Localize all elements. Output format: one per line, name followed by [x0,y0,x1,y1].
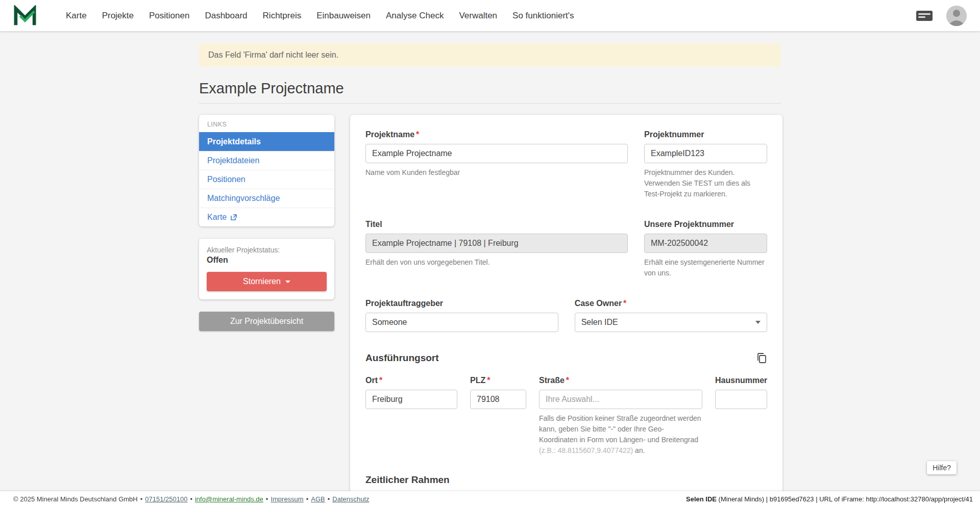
strasse-helper: Falls die Position keiner Straße zugeord… [539,413,702,456]
titel-label: Titel [365,220,628,229]
ort-label: Ort* [365,376,457,385]
projektname-helper: Name vom Kunden festlegbar [365,167,628,178]
projektname-label: Projektname* [365,130,628,139]
copy-icon[interactable] [756,352,767,364]
footer-agb-link[interactable]: AGB [311,495,325,503]
sidebar-item-label: Positionen [207,175,246,184]
footer-user: Selen IDE [686,495,717,503]
status-label: Aktueller Projektstatus: [207,246,327,254]
footer-impressum-link[interactable]: Impressum [271,495,303,503]
nav-karte[interactable]: Karte [58,0,94,31]
left-sidebar: LINKS Projektdetails Projektdateien Posi… [199,115,334,331]
projektnummer-input[interactable] [644,144,767,163]
field-case-owner: Case Owner* Selen IDE [575,299,768,332]
nav-dashboard[interactable]: Dashboard [197,0,255,31]
footer-session-info: Selen IDE (Mineral Minds) | b91695ed7623… [686,495,973,503]
sidebar-item-label: Karte [207,213,227,222]
page-footer: © 2025 Mineral Minds Deutschland GmbH • … [0,491,980,507]
nav-so-funktionierts[interactable]: So funktioniert's [505,0,581,31]
ausfuehrungsort-heading: Ausführungsort [365,352,439,364]
nav-positionen[interactable]: Positionen [141,0,197,31]
links-card: LINKS Projektdetails Projektdateien Posi… [199,115,334,226]
nav-richtpreis[interactable]: Richtpreis [255,0,309,31]
top-navbar: Karte Projekte Positionen Dashboard Rich… [0,0,980,31]
external-link-icon [230,214,237,221]
main-nav: Karte Projekte Positionen Dashboard Rich… [58,0,582,31]
help-button[interactable]: Hilfe? [927,461,957,474]
zeitlicher-rahmen-heading: Zeitlicher Rahmen [365,474,767,486]
field-projektauftraggeber: Projektauftraggeber [365,299,558,332]
case-owner-value: Selen IDE [581,318,618,327]
unsere-projektnummer-helper: Erhält eine systemgenerierte Nummer von … [644,257,767,278]
app-logo[interactable] [13,5,37,27]
field-titel: Titel Erhält den von uns vorgegebenen Ti… [365,220,628,278]
sidebar-item-positionen[interactable]: Positionen [199,170,334,189]
projektnummer-label: Projektnummer [644,130,767,139]
warning-banner: Das Feld 'Firma' darf nicht leer sein. [199,43,781,67]
ort-input[interactable] [365,390,457,409]
nav-verwalten[interactable]: Verwalten [451,0,505,31]
nav-einbauweisen[interactable]: Einbauweisen [309,0,378,31]
logo-icon [13,5,37,27]
footer-phone-link[interactable]: 07151/250100 [145,495,187,503]
status-card: Aktueller Projektstatus: Offen Storniere… [199,239,334,299]
unsere-projektnummer-label: Unsere Projektnummer [644,220,767,229]
warning-message: Das Feld 'Firma' darf nicht leer sein. [208,50,338,59]
plz-label: PLZ* [470,376,526,385]
required-marker: * [566,376,569,385]
links-header: LINKS [199,115,334,132]
page-title: Example Projectname [199,80,781,97]
card-icon[interactable] [916,10,933,22]
user-avatar[interactable] [946,6,967,26]
status-value: Offen [207,256,327,265]
sidebar-item-label: Projektdateien [207,156,259,165]
sidebar-item-projektdetails[interactable]: Projektdetails [199,132,334,151]
titel-input [365,234,628,253]
field-unsere-projektnummer: Unsere Projektnummer Erhält eine systemg… [644,220,767,278]
footer-left: © 2025 Mineral Minds Deutschland GmbH • … [13,495,370,503]
sidebar-item-label: Matchingvorschläge [207,194,280,203]
nav-projekte[interactable]: Projekte [94,0,141,31]
required-marker: * [416,130,419,139]
stornieren-button[interactable]: Stornieren [207,272,327,291]
title-divider [199,103,781,104]
field-strasse: Straße* Falls die Position keiner Straße… [539,376,702,456]
sidebar-item-projektdateien[interactable]: Projektdateien [199,151,334,170]
person-icon [946,6,967,26]
projektauftraggeber-input[interactable] [365,313,558,332]
chevron-down-icon [285,281,290,283]
case-owner-select[interactable]: Selen IDE [575,313,768,332]
required-marker: * [487,376,490,385]
projektauftraggeber-label: Projektauftraggeber [365,299,558,308]
nav-analyse-check[interactable]: Analyse Check [378,0,451,31]
plz-input[interactable] [470,390,526,409]
titel-helper: Erhält den von uns vorgegebenen Titel. [365,257,628,268]
unsere-projektnummer-input [644,234,767,253]
field-plz: PLZ* [470,376,526,456]
sidebar-item-karte[interactable]: Karte [199,208,334,226]
footer-datenschutz-link[interactable]: Datenschutz [332,495,369,503]
field-projektnummer: Projektnummer Projektnummer des Kunden. … [644,130,767,199]
strasse-input[interactable] [539,390,702,409]
footer-session-rest: (Mineral Minds) | b91695ed7623 | URL of … [717,495,973,503]
strasse-label: Straße* [539,376,702,385]
required-marker: * [623,299,626,308]
page-content: Das Feld 'Firma' darf nicht leer sein. E… [199,43,781,507]
field-ort: Ort* [365,376,457,456]
hausnummer-label: Hausnummer [715,376,767,385]
sidebar-item-matchingvorschlaege[interactable]: Matchingvorschläge [199,189,334,208]
hausnummer-input[interactable] [715,390,767,409]
back-to-overview-button[interactable]: Zur Projektübersicht [199,312,334,331]
stornieren-label: Stornieren [243,277,281,286]
copyright-text: © 2025 Mineral Minds Deutschland GmbH [13,495,138,503]
navbar-right [916,6,967,26]
case-owner-label: Case Owner* [575,299,768,308]
field-hausnummer: Hausnummer [715,376,767,456]
project-details-form: Projektname* Name vom Kunden festlegbar … [350,115,782,507]
sidebar-item-label: Projektdetails [207,137,261,146]
projektnummer-helper: Projektnummer des Kunden. Verwenden Sie … [644,167,767,199]
projektname-input[interactable] [365,144,628,163]
required-marker: * [379,376,382,385]
footer-email-link[interactable]: info@mineral-minds.de [195,495,263,503]
chevron-down-icon [755,321,761,324]
